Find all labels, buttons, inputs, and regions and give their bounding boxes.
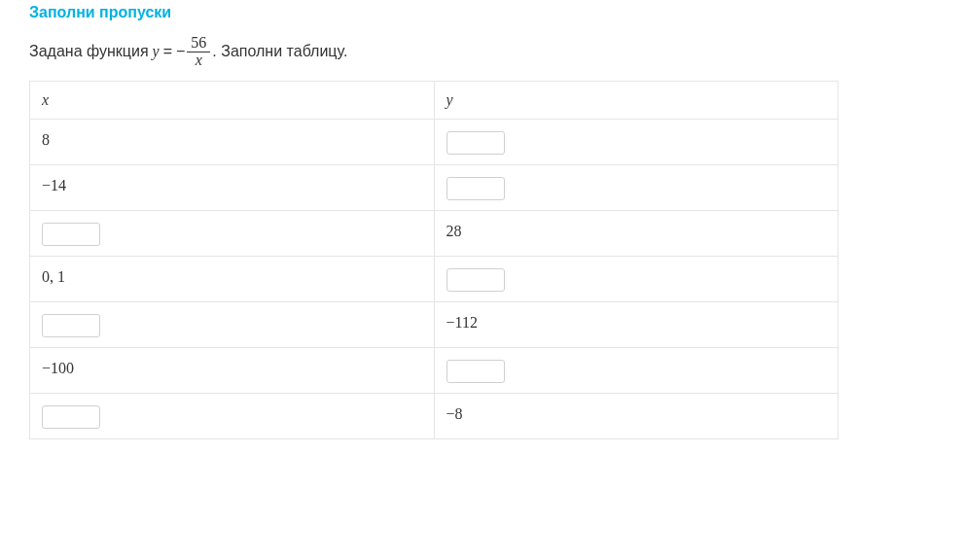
table-cell-x: −100 — [30, 347, 435, 393]
blank-input[interactable] — [446, 177, 505, 200]
blank-input[interactable] — [446, 131, 505, 155]
fraction-denominator: x — [192, 52, 206, 69]
table-cell-y: −8 — [434, 393, 839, 438]
table-header-y: y — [434, 81, 839, 119]
cell-value: −8 — [446, 403, 827, 423]
table-header-x: x — [30, 81, 435, 119]
table-row: −112 — [30, 301, 839, 347]
table-cell-y — [434, 256, 839, 301]
table-body: 8−14280, 1−112−100−8 — [30, 119, 839, 438]
problem-fraction: 56 x — [187, 35, 210, 69]
table-cell-x: 0, 1 — [30, 256, 435, 301]
problem-minus: − — [176, 43, 185, 60]
fraction-numerator: 56 — [187, 35, 210, 52]
problem-suffix: . Заполни таблицу. — [212, 43, 347, 60]
cell-value: −100 — [42, 358, 422, 377]
problem-statement: Задана функция y = − 56 x . Заполни табл… — [29, 35, 935, 69]
problem-lhs-var: y — [153, 43, 160, 60]
blank-input[interactable] — [42, 223, 100, 246]
problem-prefix: Задана функция — [29, 43, 149, 60]
blank-input[interactable] — [42, 405, 100, 429]
table-row: 28 — [30, 210, 839, 256]
blank-input[interactable] — [42, 314, 100, 337]
table-cell-x — [30, 210, 435, 256]
cell-value: −14 — [42, 175, 422, 194]
cell-value: 8 — [42, 129, 422, 149]
section-title: Заполни пропуски — [29, 4, 935, 21]
table-cell-x: −14 — [30, 164, 435, 210]
table-row: 0, 1 — [30, 256, 839, 301]
cell-value: −112 — [446, 312, 827, 332]
table-row: −14 — [30, 164, 839, 210]
table-cell-y: −112 — [434, 301, 839, 347]
problem-equals: = — [163, 43, 172, 60]
cell-value: 28 — [446, 221, 827, 240]
table-row: −8 — [30, 393, 839, 438]
blank-input[interactable] — [446, 268, 505, 292]
cell-value: 0, 1 — [42, 266, 422, 286]
table-row: −100 — [30, 347, 839, 393]
blank-input[interactable] — [446, 360, 505, 383]
table-cell-y: 28 — [434, 210, 839, 256]
table-cell-x — [30, 301, 435, 347]
function-table: x y 8−14280, 1−112−100−8 — [29, 81, 839, 439]
table-cell-y — [434, 119, 839, 164]
table-cell-x: 8 — [30, 119, 435, 164]
table-row: 8 — [30, 119, 839, 164]
table-cell-x — [30, 393, 435, 438]
table-cell-y — [434, 164, 839, 210]
table-cell-y — [434, 347, 839, 393]
